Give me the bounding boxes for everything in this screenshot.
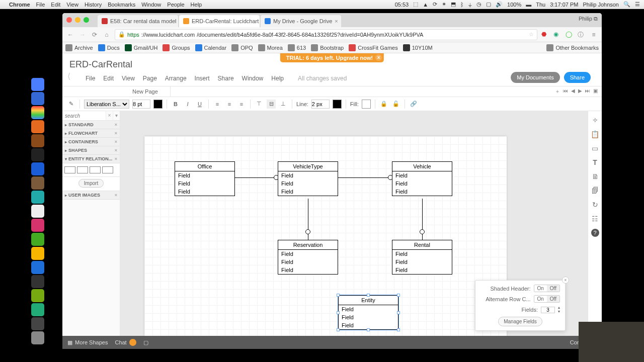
align-right-icon[interactable]: ≡ xyxy=(237,100,246,109)
unlock-icon[interactable]: 🔓 xyxy=(391,100,400,109)
er-shape[interactable] xyxy=(77,166,88,173)
dock-app[interactable] xyxy=(31,317,44,330)
entity-reservation[interactable]: Reservation Field Field Field xyxy=(278,240,338,275)
back-button[interactable]: ← xyxy=(66,31,74,38)
entity-office[interactable]: Office Field Field Field xyxy=(175,161,235,196)
align-left-icon[interactable]: ≡ xyxy=(213,100,222,109)
bookmark-item[interactable]: Morea xyxy=(258,44,283,51)
line-color-swatch[interactable] xyxy=(333,100,342,109)
shape-category[interactable]: ▾ENTITY RELATION...× xyxy=(62,155,120,163)
dock-app[interactable] xyxy=(31,162,44,175)
bold-button[interactable]: B xyxy=(171,100,180,109)
bookmark-item[interactable]: 613 xyxy=(288,44,306,51)
close-category-icon[interactable]: × xyxy=(115,122,117,127)
trial-banner[interactable]: TRIAL: 6 days left. Upgrade now!× xyxy=(280,53,384,62)
user-name[interactable]: Philip Johnson xyxy=(583,2,619,8)
chrome-menu-icon[interactable]: ≡ xyxy=(590,31,598,38)
page-icon[interactable]: 🗎 xyxy=(592,172,599,180)
chat-button[interactable]: Chat xyxy=(115,339,136,346)
resize-handle[interactable] xyxy=(397,311,400,314)
manage-fields-button[interactable]: Manage Fields xyxy=(498,317,542,326)
home-button[interactable]: ⌂ xyxy=(103,31,111,38)
bookmark-star-icon[interactable]: ☆ xyxy=(529,31,534,38)
menu-bookmarks[interactable]: Bookmarks xyxy=(108,2,135,8)
bookmark-item[interactable]: Bootstrap xyxy=(311,44,344,51)
menu-people[interactable]: People xyxy=(167,2,184,8)
close-category-icon[interactable]: × xyxy=(115,139,117,144)
entity-name[interactable]: Entity xyxy=(339,296,398,305)
menu-file[interactable]: File xyxy=(36,2,45,8)
entity-rental[interactable]: Rental Field Field Field xyxy=(392,240,452,275)
status-icon[interactable]: ⬒ xyxy=(451,1,456,8)
bookmark-item[interactable]: Gmail/UH xyxy=(125,44,158,51)
dock-app[interactable] xyxy=(31,205,44,218)
extension-icon[interactable]: ⓘ xyxy=(578,31,586,39)
bookmark-item[interactable]: OPQ xyxy=(231,44,253,51)
close-category-icon[interactable]: × xyxy=(115,193,117,198)
shaded-header-toggle[interactable]: OnOff xyxy=(534,285,560,292)
resize-handle[interactable] xyxy=(337,311,340,314)
maximize-window-button[interactable] xyxy=(84,17,89,23)
clear-search-icon[interactable]: × xyxy=(106,111,113,120)
notification-center-icon[interactable]: ☰ xyxy=(635,1,640,8)
bookmark-item[interactable]: Calendar xyxy=(195,44,227,51)
layers-icon[interactable]: ☷ xyxy=(592,215,598,223)
more-shapes-button[interactable]: ▦More Shapes xyxy=(67,339,108,346)
shape-category[interactable]: ▸CONTAINERS× xyxy=(62,138,120,146)
battery-icon[interactable]: ▬ xyxy=(526,2,531,8)
forward-button[interactable]: → xyxy=(78,31,87,38)
bookmark-item[interactable]: 10Y10M xyxy=(403,44,433,51)
address-bar[interactable]: 🔒 https://www.lucidchart.com/documents/e… xyxy=(115,29,537,40)
lc-menu-arrange[interactable]: Arrange xyxy=(165,75,187,82)
align-center-icon[interactable]: ≡ xyxy=(225,100,234,109)
valign-top-icon[interactable]: ⊤ xyxy=(255,100,264,109)
import-button[interactable]: Import xyxy=(78,179,104,188)
lc-menu-edit[interactable]: Edit xyxy=(103,75,114,82)
dock-app[interactable] xyxy=(31,191,44,204)
close-category-icon[interactable]: × xyxy=(115,148,117,153)
fill-color-swatch[interactable] xyxy=(362,100,371,109)
document-icon[interactable]: 🗐 xyxy=(592,187,599,195)
bookmark-item[interactable]: Archive xyxy=(65,44,93,51)
shape-category[interactable]: ▸FLOWCHART× xyxy=(62,129,120,138)
extension-icon[interactable]: ⬣ xyxy=(541,31,549,39)
dock-app-firefox[interactable] xyxy=(31,120,44,133)
share-button[interactable]: Share xyxy=(564,72,591,83)
lc-menu-window[interactable]: Window xyxy=(242,75,264,82)
er-shape[interactable] xyxy=(90,166,101,173)
lc-menu-help[interactable]: Help xyxy=(271,75,284,82)
close-tab-icon[interactable]: × xyxy=(335,18,338,24)
shape-search-input[interactable] xyxy=(62,111,106,120)
lc-menu-file[interactable]: File xyxy=(86,75,95,82)
present-mode-icon[interactable]: ▢ xyxy=(143,339,148,346)
close-banner-icon[interactable]: × xyxy=(375,54,382,61)
browser-tab[interactable]: E58: Car rental data model× xyxy=(98,15,178,27)
dock-app-chrome[interactable] xyxy=(31,106,44,119)
browser-tab[interactable]: My Drive - Google Drive× xyxy=(261,15,341,27)
status-icon[interactable]: ⟳ xyxy=(433,1,437,8)
paint-format-icon[interactable]: ✎ xyxy=(66,100,75,109)
next-page-icon[interactable]: ▶ xyxy=(578,88,582,95)
entity-vehicletype[interactable]: VehicleType Field Field Field xyxy=(278,161,338,196)
dock-app[interactable] xyxy=(31,92,44,105)
wifi-icon[interactable]: ⏚ xyxy=(468,2,472,8)
dock-app[interactable] xyxy=(31,233,44,246)
dock-app[interactable] xyxy=(31,261,44,274)
clipboard-icon[interactable]: 📋 xyxy=(591,130,599,138)
menu-edit[interactable]: Edit xyxy=(51,2,60,8)
italic-button[interactable]: I xyxy=(183,100,192,109)
extension-icon[interactable]: ◯ xyxy=(566,31,574,39)
dock-app-github[interactable] xyxy=(31,275,44,288)
resize-handle[interactable] xyxy=(337,294,340,297)
resize-handle[interactable] xyxy=(367,328,370,331)
close-category-icon[interactable]: × xyxy=(115,131,117,136)
status-icon[interactable]: ✶ xyxy=(442,1,446,8)
resize-handle[interactable] xyxy=(397,294,400,297)
er-shape[interactable] xyxy=(102,166,113,173)
chrome-profile-button[interactable]: Philip ⧉ xyxy=(579,16,598,22)
timemachine-icon[interactable]: ◷ xyxy=(476,1,481,8)
menu-help[interactable]: Help xyxy=(191,2,202,8)
page-tab[interactable]: New Page xyxy=(120,86,171,97)
er-shape[interactable] xyxy=(64,166,75,173)
shape-category[interactable]: ▸SHAPES× xyxy=(62,146,120,155)
